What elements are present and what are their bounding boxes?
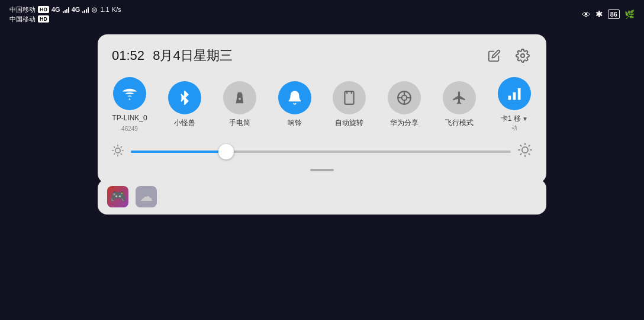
svg-point-0 [521,54,524,57]
app2-emoji: ☁ [140,189,153,204]
battery-level: 86 [608,9,620,19]
bell-circle [278,81,311,114]
brightness-slider[interactable] [131,151,511,153]
sim-sublabel: 动 [501,124,528,132]
drag-indicator [310,169,334,171]
svg-rect-10 [513,92,516,100]
toggle-bell[interactable]: 响铃 [277,81,313,128]
hd-badge2: HD [38,15,49,23]
svg-rect-11 [518,88,521,100]
toggle-sim[interactable]: 卡1 移 ▼ 动 [497,77,532,132]
control-panel: 01:52 8月4日星期三 [98,34,546,183]
share-icon [397,90,412,105]
flashlight-circle [223,81,256,114]
bell-label: 响铃 [288,118,302,128]
wifi-icon [121,85,138,102]
signal-bar-1 [63,6,69,13]
bluetooth-circle [168,81,201,114]
status-bar: 中国移动 HD 4G 4G ⊜ 1.1 K/s 中国移动 HD 👁 ✱ 86 [0,0,644,28]
edit-icon [488,49,501,62]
leaf-icon: 🌿 [624,9,635,19]
bluetooth-label: 小怪兽 [174,118,195,128]
status-left: 中国移动 HD 4G 4G ⊜ 1.1 K/s 中国移动 HD [9,5,121,24]
airplane-icon [452,90,467,105]
toggle-bluetooth[interactable]: 小怪兽 [167,81,202,128]
brightness-row [112,143,532,161]
edit-button[interactable] [485,46,504,65]
toggle-airplane[interactable]: 飞行模式 [442,81,477,128]
toggle-rotate[interactable]: 自动旋转 [331,81,367,128]
share-label: 华为分享 [390,118,418,128]
sim-label-row: 卡1 移 ▼ 动 [501,114,528,132]
signal-bar-2 [82,6,89,13]
svg-point-1 [129,98,130,100]
sim-label: 卡1 移 [501,114,521,124]
app-icon-1[interactable]: 🎮 [107,186,128,207]
bluetooth-circle-icon [178,89,192,106]
svg-line-15 [114,146,115,147]
bell-icon [287,90,302,105]
flashlight-label: 手电筒 [229,118,250,128]
toggle-flashlight[interactable]: 手电筒 [222,81,257,128]
speed-unit: K/s [112,6,121,13]
panel-header: 01:52 8月4日星期三 [112,46,532,65]
sim-icon [506,85,523,102]
app-bar: 🎮 ☁ [98,179,546,215]
status-right: 👁 ✱ 86 🌿 [582,9,635,20]
rotate-circle [333,81,366,114]
datetime-display: 01:52 8月4日星期三 [112,47,233,65]
time-display: 01:52 [112,48,144,63]
toggles-row: TP-LINK_0 46249 小怪兽 手电筒 [112,77,532,132]
hd-badge1: HD [38,6,49,13]
rotate-label: 自动旋转 [335,118,363,128]
airplane-circle [443,81,476,114]
toggle-wifi[interactable]: TP-LINK_0 46249 [112,77,147,132]
panel-header-icons [485,46,532,65]
svg-point-4 [402,95,407,101]
brightness-thumb[interactable] [218,144,234,159]
4g-badge2: 4G [72,6,80,13]
airplane-label: 飞行模式 [445,118,474,128]
share-circle [388,81,421,114]
sun-small-icon [112,145,124,159]
panel-drag-bar [112,169,532,171]
date-display: 8月4日星期三 [153,48,232,63]
toggle-share[interactable]: 华为分享 [387,81,422,128]
carrier1-label: 中国移动 [9,5,36,14]
bluetooth-icon: ✱ [595,9,603,20]
svg-line-24 [520,145,521,146]
4g-badge1: 4G [51,6,60,13]
wifi-status-icon: ⊜ [91,5,98,14]
app1-emoji: 🎮 [110,189,126,204]
carrier2-label: 中国移动 [9,15,36,24]
app-icon-2[interactable]: ☁ [136,186,157,207]
flashlight-icon [233,90,246,105]
wifi-sublabel: 46249 [121,126,138,132]
eye-icon: 👁 [582,9,591,20]
rotate-icon [342,90,357,105]
sim-circle [498,77,531,110]
brightness-fill [131,151,226,153]
settings-icon [516,49,530,63]
wifi-circle [113,77,146,110]
wifi-label: TP-LINK_0 [112,114,147,122]
sun-large-icon [518,143,532,161]
svg-line-16 [121,153,121,154]
svg-line-19 [114,153,115,154]
status-line-2: 中国移动 HD [9,15,121,24]
svg-line-25 [529,153,529,154]
svg-line-29 [529,145,529,146]
svg-line-28 [520,153,521,154]
svg-point-21 [522,147,528,153]
speed-value: 1.1 [100,6,109,13]
svg-point-12 [115,148,120,152]
status-line-1: 中国移动 HD 4G 4G ⊜ 1.1 K/s [9,5,121,14]
svg-rect-9 [508,96,511,100]
svg-line-20 [121,146,121,147]
svg-rect-2 [345,91,354,104]
settings-button[interactable] [513,46,532,65]
dropdown-arrow-icon: ▼ [522,116,528,122]
